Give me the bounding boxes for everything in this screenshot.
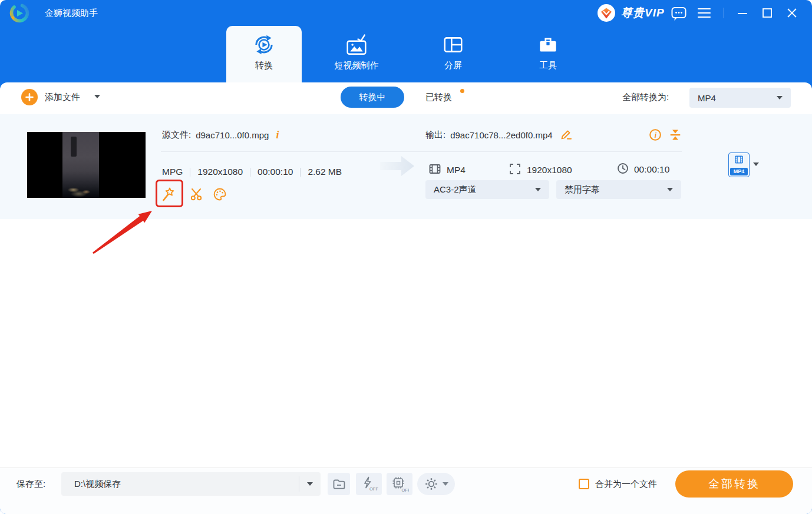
subtitle-dropdown[interactable]: 禁用字幕 [556,180,681,199]
tab-split-screen[interactable]: 分屏 [420,26,487,82]
source-meta-line: MPG 1920x1080 00:00:10 2.62 MB [162,165,342,178]
film-icon [734,155,744,164]
expand-icon [508,162,522,178]
source-label: 源文件: [162,130,191,141]
tab-tools-label: 工具 [539,60,557,71]
add-file-plus-icon[interactable] [21,89,38,105]
gpu-accel-toggle[interactable]: OFF [387,473,412,495]
out-duration: 00:00:10 [634,164,669,175]
compress-icon[interactable] [668,128,682,142]
source-filename: d9ac710...0f0.mpg [196,130,269,140]
app-window: 金狮视频助手 尊贵VIP [0,0,812,514]
source-info-icon[interactable]: i [276,129,279,141]
out-format: MP4 [447,165,466,175]
source-size: 2.62 MB [308,167,342,177]
output-file-line: 输出: d9ac710c78...2ed0f0.mp4 [425,128,573,142]
toolbox-icon [537,33,559,57]
titlebar-divider [724,8,724,18]
tab-short-video-label: 短视频制作 [335,60,379,71]
global-format-caret-icon [777,96,783,100]
svg-text:i: i [655,131,657,140]
video-thumbnail[interactable] [27,132,146,198]
convert-all-button[interactable]: 全部转换 [675,470,793,498]
file-format-badge[interactable]: MP4 [728,152,750,177]
save-path-input[interactable]: D:\视频保存 [61,472,321,496]
folder-icon [332,477,346,491]
output-info-circle-icon[interactable]: i [648,128,662,142]
save-path-divider [299,476,299,492]
source-file-line: 源文件: d9ac710...0f0.mpg i [162,128,279,142]
add-file-button[interactable]: 添加文件 [45,92,80,103]
meta-separator [250,168,250,177]
merge-label: 合并为一个文件 [595,479,657,490]
app-logo-icon [8,2,31,24]
clock-icon [616,162,629,177]
global-format-value: MP4 [689,93,777,103]
tab-converting[interactable]: 转换中 [341,87,404,108]
source-resolution: 1920x1080 [197,167,243,177]
effects-magic-wand-icon[interactable] [161,186,178,203]
settings-caret-icon [443,482,448,486]
meta-separator [190,168,190,177]
close-button[interactable] [784,5,800,21]
vip-badge-icon[interactable] [598,4,615,22]
audio-track-value: AC3-2声道 [425,184,535,195]
output-filename: d9ac710c78...2ed0f0.mp4 [450,130,552,140]
tab-short-video[interactable]: 短视频制作 [311,26,402,82]
converted-new-dot [460,89,464,93]
convert-icon [253,33,275,57]
lightning-off-icon: OFF [359,475,378,493]
out-duration-group: 00:00:10 [616,162,669,177]
vip-label[interactable]: 尊贵VIP [621,5,665,21]
out-resolution: 1920x1080 [527,165,572,175]
out-resolution-group: 1920x1080 [508,162,572,178]
film-icon [428,162,442,178]
tab-tools[interactable]: 工具 [515,26,581,82]
tab-split-screen-label: 分屏 [444,60,462,71]
subtitle-caret-icon [667,188,673,191]
gear-icon [424,477,438,491]
save-path-caret-icon[interactable] [307,482,313,486]
maximize-button[interactable] [759,5,775,21]
merge-checkbox[interactable] [579,479,589,489]
short-video-icon [345,33,368,57]
audio-track-dropdown[interactable]: AC3-2声道 [425,180,549,199]
app-title: 金狮视频助手 [45,0,98,26]
output-label: 输出: [425,130,445,141]
out-format-group: MP4 [428,162,466,178]
convert-all-label: 全部转换为: [622,92,669,103]
svg-text:OFF: OFF [402,488,410,493]
rename-pencil-icon[interactable] [560,127,573,142]
subtitle-value: 禁用字幕 [556,184,667,195]
open-folder-button[interactable] [328,473,350,495]
tab-converted[interactable]: 已转换 [425,92,452,103]
source-format: MPG [162,167,183,177]
add-file-caret-icon[interactable] [94,95,100,98]
file-format-caret-icon[interactable] [753,163,759,166]
hardware-accel-toggle[interactable]: OFF [356,473,382,495]
save-path-value: D:\视频保存 [61,479,299,490]
split-screen-icon [442,33,464,57]
color-palette-icon[interactable] [212,187,227,202]
file-row-divider [161,151,682,152]
feedback-message-icon[interactable] [671,6,687,21]
menu-hamburger-icon[interactable] [697,7,712,19]
tab-convert[interactable]: 转换 [226,26,302,82]
settings-button[interactable] [417,473,455,495]
global-format-dropdown[interactable]: MP4 [689,88,791,108]
transfer-arrow-icon [380,154,415,178]
source-duration: 00:00:10 [258,167,293,177]
audio-track-caret-icon [535,188,541,191]
svg-text:OFF: OFF [369,486,378,492]
chip-off-icon: OFF [390,475,409,493]
save-to-label: 保存至: [16,479,45,490]
thumbnail-frame [62,132,99,198]
minimize-button[interactable] [734,5,751,21]
tab-convert-label: 转换 [255,60,273,71]
meta-separator [300,168,301,177]
file-format-badge-label: MP4 [730,168,748,175]
trim-scissors-icon[interactable] [189,187,204,202]
